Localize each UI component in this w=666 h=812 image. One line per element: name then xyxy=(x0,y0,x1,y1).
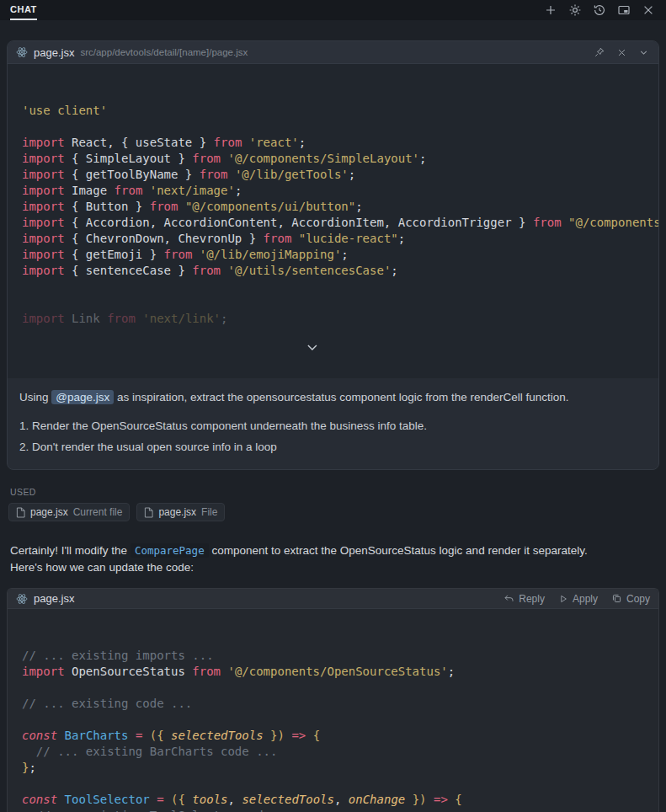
code-line: import { getEmoji } from '@/lib/emojiMap… xyxy=(22,247,658,263)
inline-code-ref[interactable]: ComparePage xyxy=(131,543,209,558)
message-list: 1. Render the OpenSourceStatus component… xyxy=(19,418,647,456)
code-line: import { Button } from "@/components/ui/… xyxy=(22,199,658,215)
code-line: import { Accordion, AccordionContent, Ac… xyxy=(22,215,658,231)
react-icon xyxy=(16,46,28,58)
tab-chat[interactable]: CHAT xyxy=(10,0,37,20)
message-list-item: 1. Render the OpenSourceStatus component… xyxy=(19,418,647,435)
code-line: const ToolSelector = ({ tools, selectedT… xyxy=(22,792,658,808)
code-line: import { SimpleLayout } from '@/componen… xyxy=(22,151,658,167)
code-line: import { ChevronDown, ChevronUp } from "… xyxy=(22,231,658,247)
top-bar: CHAT xyxy=(0,0,666,20)
code-line: import React, { useState } from 'react'; xyxy=(22,135,658,151)
code-line: const BarCharts = ({ selectedTools }) =>… xyxy=(22,728,658,744)
code-card-header: page.jsx Reply Apply Copy xyxy=(8,589,658,609)
user-message-card: page.jsx src/app/devtools/detail/[name]/… xyxy=(7,40,659,470)
topbar-actions xyxy=(543,3,656,18)
apply-button[interactable]: Apply xyxy=(558,593,598,605)
code-content-request: 'use client' import React, { useState } … xyxy=(8,64,658,378)
user-message-line: Using @page.jsx as inspiration, extract … xyxy=(19,389,647,406)
answer-text: component to extract the OpenSourceStatu… xyxy=(209,544,588,557)
copy-icon xyxy=(611,593,622,604)
code-line xyxy=(22,776,658,792)
chevron-down-icon[interactable] xyxy=(637,45,650,59)
code-line xyxy=(22,119,658,135)
code-line: import { sentenceCase } from '@/utils/se… xyxy=(22,263,658,279)
close-icon[interactable] xyxy=(641,3,656,18)
react-icon xyxy=(16,593,28,605)
copy-icon-button[interactable]: Copy xyxy=(611,593,650,605)
expand-chevron-icon[interactable] xyxy=(306,318,360,377)
open-editor-icon[interactable] xyxy=(616,3,631,18)
file-icon xyxy=(144,507,153,518)
code-lines: // ... existing imports ...import OpenSo… xyxy=(22,648,658,812)
message-text: as inspiration, extract the opensourcest… xyxy=(114,391,568,403)
apply-icon xyxy=(558,594,568,604)
code-card-tools xyxy=(593,45,650,59)
code-line: }; xyxy=(22,760,658,776)
chip-kind: File xyxy=(201,506,217,518)
assistant-message: Certainly! I'll modify the ComparePage c… xyxy=(10,542,656,576)
assistant-line: Certainly! I'll modify the ComparePage c… xyxy=(10,542,656,559)
code-line: // ... existing ToolSelector code ... xyxy=(22,808,658,812)
code-card-response: page.jsx Reply Apply Copy // ... existin… xyxy=(7,588,659,812)
code-lines: 'use client' import React, { useState } … xyxy=(22,103,658,279)
context-chips: page.jsx Current file page.jsx File xyxy=(8,503,666,521)
message-list-item: 2. Don't render the usual open source in… xyxy=(19,439,647,456)
code-card-actions: Reply Apply Copy xyxy=(503,593,650,605)
code-filename: page.jsx xyxy=(34,592,74,605)
plus-icon[interactable] xyxy=(543,3,558,18)
pin-icon[interactable] xyxy=(593,45,606,59)
code-line: // ... existing BarCharts code ... xyxy=(22,744,658,760)
code-content-response: // ... existing imports ...import OpenSo… xyxy=(8,609,658,812)
assistant-line: Here's how we can update the code: xyxy=(10,559,656,576)
code-card-request: page.jsx src/app/devtools/detail/[name]/… xyxy=(8,41,658,378)
code-line: 'use client' xyxy=(22,103,658,119)
code-filename: page.jsx xyxy=(34,46,74,59)
reply-icon xyxy=(503,593,514,604)
reply-button[interactable]: Reply xyxy=(503,593,545,605)
code-card-header: page.jsx src/app/devtools/detail/[name]/… xyxy=(8,41,658,64)
used-label: USED xyxy=(10,487,666,497)
code-line xyxy=(22,712,658,728)
code-filepath: src/app/devtools/detail/[name]/page.jsx xyxy=(80,47,248,57)
chip-file-name: page.jsx xyxy=(30,506,68,518)
file-icon xyxy=(16,507,25,518)
chip-file-name: page.jsx xyxy=(158,506,196,518)
context-chip-current-file[interactable]: page.jsx Current file xyxy=(8,503,130,521)
chip-kind: Current file xyxy=(73,506,123,518)
message-text: Using xyxy=(19,391,51,403)
file-mention[interactable]: @page.jsx xyxy=(51,390,114,404)
code-line: import { getToolByName } from '@/lib/get… xyxy=(22,167,658,183)
close-icon[interactable] xyxy=(615,45,628,59)
gear-icon[interactable] xyxy=(567,3,583,18)
code-line: import OpenSourceStatus from '@/componen… xyxy=(22,664,658,680)
code-line xyxy=(22,680,658,696)
answer-text: Certainly! I'll modify the xyxy=(10,544,131,557)
context-chip-file[interactable]: page.jsx File xyxy=(136,503,225,521)
history-icon[interactable] xyxy=(592,3,607,18)
user-message: Using @page.jsx as inspiration, extract … xyxy=(8,378,658,469)
code-line: // ... existing code ... xyxy=(22,696,658,712)
code-line: import Image from 'next/image'; xyxy=(22,183,658,199)
code-line: // ... existing imports ... xyxy=(22,648,658,664)
